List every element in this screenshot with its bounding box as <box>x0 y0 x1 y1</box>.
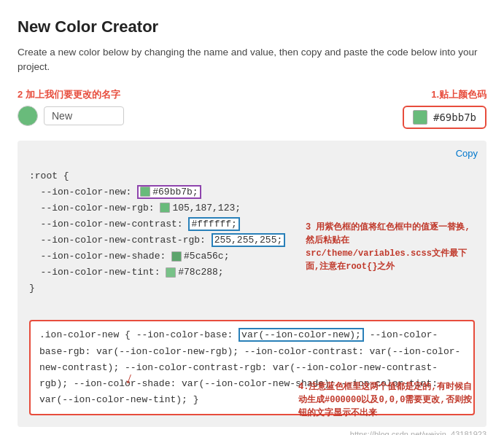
swatch-hex-inline <box>140 187 150 197</box>
color-swatch-preview[interactable] <box>18 106 38 126</box>
shade-line: --ion-color-new-shade: #5ca56c; <box>29 251 229 262</box>
new-color-line: --ion-color-new: #69bb7b; <box>29 185 201 199</box>
color-name-row <box>18 106 124 126</box>
swatch-rgb-inline <box>160 203 170 213</box>
root-close: } <box>29 283 35 294</box>
rgb-line: --ion-color-new-rgb: 105,187,123; <box>29 203 241 213</box>
code-area: Copy :root { --ion-color-new: #69bb7b; -… <box>18 141 486 427</box>
shade-class-line: --ion-color-shade: var(--ion-color-new-s… <box>74 378 336 389</box>
annotation-blue-text: 4.注意蓝色框里这两个值都是定的,有时候自动生成#000000以及0,0,0需要… <box>298 380 473 420</box>
color-name-input[interactable] <box>44 106 124 125</box>
input-row: 2 加上我们要更改的名字 1.贴上颜色码 #69bb7b <box>18 88 486 129</box>
base-line: --ion-color-base: var(--ion-color-new); <box>136 328 364 342</box>
color-value-section: 1.贴上颜色码 #69bb7b <box>403 88 486 129</box>
color-swatch-hex <box>413 110 427 125</box>
root-open: :root { <box>29 171 69 181</box>
swatch-shade-inline <box>171 251 182 262</box>
class-open: .ion-color-new { <box>39 329 131 340</box>
class-close: } <box>193 394 199 405</box>
contrast-rgb-line: --ion-color-new-contrast-rgb: 255,255,25… <box>29 233 285 247</box>
copy-button[interactable]: Copy <box>456 148 478 159</box>
highlight-contrast-rgb: 255,255,255; <box>212 233 286 247</box>
main-content: Copy :root { --ion-color-new: #69bb7b; -… <box>18 141 486 436</box>
page-title: New Color Creator <box>18 17 486 36</box>
highlight-contrast: #ffffff; <box>188 217 239 231</box>
annotation-purple-text: 3 用紫色框的值将红色框中的值逐一替换,然后粘贴在src/theme/varia… <box>306 221 473 273</box>
highlight-hex-value: #69bb7b; <box>137 185 201 199</box>
name-section: 2 加上我们要更改的名字 <box>18 88 124 126</box>
tint-line: --ion-color-new-tint: #78c288; <box>29 267 224 278</box>
color-hex-display: #69bb7b <box>433 111 476 123</box>
annotation-step1: 1.贴上颜色码 <box>431 88 486 101</box>
page-description: Create a new color below by changing the… <box>18 45 486 75</box>
watermark: https://blog.csdn.net/weixin_43181923 <box>18 430 486 435</box>
contrast-line: --ion-color-new-contrast: #ffffff; <box>29 217 240 231</box>
swatch-tint-inline <box>166 267 176 278</box>
highlight-base-var: var(--ion-color-new); <box>239 328 364 342</box>
annotation-step2: 2 加上我们要更改的名字 <box>18 88 124 101</box>
color-value-box[interactable]: #69bb7b <box>403 106 486 129</box>
